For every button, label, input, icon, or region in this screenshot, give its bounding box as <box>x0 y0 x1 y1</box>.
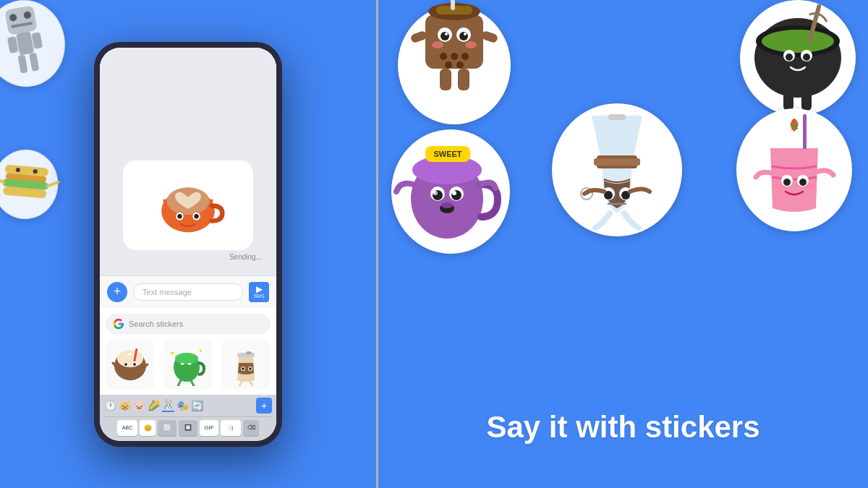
svg-point-113 <box>799 179 807 186</box>
svg-rect-99 <box>608 114 626 120</box>
svg-point-95 <box>441 202 453 208</box>
animal-icon[interactable]: 🐷 <box>133 400 145 411</box>
svg-line-48 <box>250 382 253 386</box>
sending-status: Sending... <box>229 253 262 261</box>
svg-rect-67 <box>440 69 451 90</box>
plus-button[interactable]: + <box>107 282 127 302</box>
keyboard-row-1: ABC 😊 ⬜ 🔲 GIF :-) ⌫ <box>104 420 272 436</box>
sticker-thumb-3[interactable] <box>221 340 271 389</box>
sticker-row: ✦ ✦ <box>106 340 271 389</box>
svg-point-59 <box>464 33 467 35</box>
svg-point-114 <box>773 184 783 189</box>
svg-point-93 <box>435 191 441 197</box>
sms-label: SMS <box>253 294 264 299</box>
svg-point-79 <box>803 53 810 61</box>
key-delete[interactable]: ⌫ <box>243 420 259 436</box>
emoji-toolbar: 🕐 😸 🐷 🌽 🐰 🎭 🔄 + <box>104 398 272 417</box>
svg-point-45 <box>242 367 244 370</box>
svg-rect-53 <box>451 0 455 10</box>
svg-point-66 <box>456 61 464 69</box>
message-bubble <box>123 160 253 250</box>
sticker-panel: Search stickers <box>100 308 276 395</box>
svg-rect-109 <box>803 114 807 149</box>
svg-point-56 <box>441 32 449 40</box>
svg-point-62 <box>440 53 447 60</box>
boba-sticker <box>393 0 516 133</box>
clock-icon[interactable]: 🕐 <box>104 400 116 411</box>
key-sticker[interactable]: ⬜ <box>158 420 176 436</box>
emoji-face-icon[interactable]: 😸 <box>119 400 131 411</box>
sticker-icon[interactable]: 🐰 <box>162 398 174 412</box>
key-emoticon[interactable]: :-) <box>221 420 241 436</box>
svg-line-39 <box>178 380 181 386</box>
bg-sticker-sandwich <box>0 142 65 230</box>
right-panel: SWEET <box>378 0 868 488</box>
svg-point-112 <box>783 179 791 186</box>
svg-point-46 <box>249 367 252 370</box>
svg-point-115 <box>805 184 815 189</box>
send-arrow-icon: ▶ <box>256 285 263 294</box>
svg-rect-68 <box>458 69 469 90</box>
svg-rect-50 <box>425 14 483 69</box>
svg-point-61 <box>465 41 477 48</box>
frappe-sticker: 🌿 <box>731 94 857 241</box>
key-emoji[interactable]: 😊 <box>140 420 156 436</box>
svg-point-65 <box>445 61 452 69</box>
svg-text:✦: ✦ <box>198 348 203 354</box>
svg-line-47 <box>239 382 242 386</box>
sweet-mug-sticker: SWEET <box>386 116 516 263</box>
keyboard-area: 🕐 😸 🐷 🌽 🐰 🎭 🔄 + ABC 😊 ⬜ 🔲 GIF :-) <box>100 395 276 441</box>
svg-point-31 <box>124 363 127 366</box>
search-stickers-placeholder: Search stickers <box>129 320 183 328</box>
svg-point-58 <box>445 33 448 35</box>
svg-text:🌿: 🌿 <box>790 121 799 131</box>
text-input-bar: + Text message ▶ SMS <box>100 275 276 308</box>
food-icon[interactable]: 🌽 <box>148 400 160 411</box>
svg-point-64 <box>461 53 469 60</box>
svg-point-60 <box>432 41 443 48</box>
message-input[interactable]: Text message <box>133 283 243 301</box>
svg-point-63 <box>451 53 458 60</box>
svg-point-92 <box>452 191 456 195</box>
svg-point-74 <box>762 30 834 53</box>
phone-mockup: Sending... + Text message ▶ SMS <box>94 42 282 447</box>
svg-rect-41 <box>237 353 255 357</box>
svg-point-24 <box>177 214 182 218</box>
svg-point-32 <box>133 363 136 366</box>
svg-point-42 <box>246 351 252 354</box>
smiley-icon[interactable]: 🎭 <box>176 400 189 411</box>
send-button[interactable]: ▶ SMS <box>249 282 269 302</box>
key-sticker2[interactable]: 🔲 <box>179 420 197 436</box>
phone-screen: Sending... + Text message ▶ SMS <box>100 48 276 441</box>
left-panel: Sending... + Text message ▶ SMS <box>0 0 376 488</box>
svg-text:SWEET: SWEET <box>433 150 461 158</box>
bg-sticker-skeleton <box>0 0 81 104</box>
coffee-maker-sticker <box>545 87 689 249</box>
sticker-thumb-2[interactable]: ✦ ✦ <box>163 340 213 389</box>
add-emoji-button[interactable]: + <box>256 398 272 414</box>
svg-rect-98 <box>594 158 640 166</box>
svg-point-27 <box>117 350 143 367</box>
tagline: Say it with stickers <box>378 410 868 445</box>
key-abc[interactable]: ABC <box>117 420 137 436</box>
svg-point-36 <box>175 353 198 364</box>
svg-point-57 <box>459 32 468 40</box>
svg-point-78 <box>786 53 793 61</box>
svg-rect-1 <box>4 5 37 35</box>
svg-point-25 <box>194 214 198 218</box>
google-logo-icon <box>113 318 124 330</box>
animated-icon[interactable]: 🔄 <box>191 400 203 411</box>
key-gif[interactable]: GIF <box>200 420 218 436</box>
sticker-search-bar[interactable]: Search stickers <box>106 314 271 334</box>
message-area: Sending... <box>100 48 276 275</box>
svg-line-40 <box>191 380 194 386</box>
svg-text:✦: ✦ <box>169 349 175 357</box>
sticker-thumb-1[interactable] <box>106 340 155 389</box>
